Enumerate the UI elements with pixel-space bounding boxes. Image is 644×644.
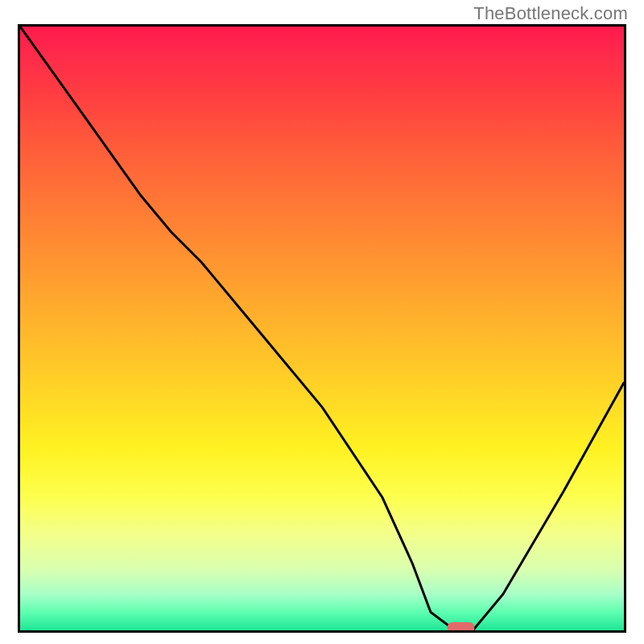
optimal-point-marker: [448, 622, 475, 630]
bottleneck-chart: [18, 24, 626, 633]
chart-svg: [20, 27, 624, 630]
watermark-text: TheBottleneck.com: [473, 3, 628, 24]
bottleneck-curve-path: [20, 27, 624, 630]
